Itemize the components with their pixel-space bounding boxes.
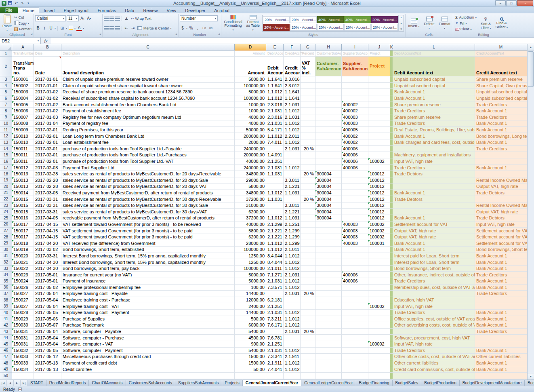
cell[interactable]: 100012 bbox=[368, 202, 390, 209]
cell[interactable]: 1.1.012 bbox=[284, 285, 301, 291]
cell[interactable]: 150009 bbox=[12, 127, 34, 133]
cell[interactable] bbox=[315, 310, 342, 316]
cell[interactable] bbox=[284, 341, 301, 348]
clear-button[interactable]: Clear▾ bbox=[454, 26, 477, 32]
formula-input[interactable] bbox=[51, 38, 534, 44]
cell[interactable]: 100012 bbox=[368, 209, 390, 215]
cell[interactable] bbox=[368, 360, 390, 367]
cell[interactable]: 20 % bbox=[301, 329, 315, 335]
cell[interactable]: Customer-SubAccount bbox=[315, 57, 342, 76]
cell[interactable]: 150027 bbox=[12, 297, 34, 303]
cell[interactable]: 150033 bbox=[12, 354, 34, 360]
cell[interactable]: 150029 bbox=[12, 316, 34, 322]
row-header[interactable]: 7 bbox=[0, 101, 12, 108]
cell[interactable] bbox=[475, 158, 527, 165]
cell[interactable]: 400006 bbox=[342, 146, 368, 152]
cell[interactable]: 5800,00 bbox=[235, 228, 266, 234]
cell[interactable]: Miscellaneous purchases through credit c… bbox=[61, 354, 235, 360]
cell[interactable]: Debit Account text bbox=[393, 57, 475, 76]
cell-style-chip[interactable]: 20% - Accent... bbox=[263, 24, 290, 31]
cell[interactable]: Trade Creditors bbox=[475, 146, 527, 152]
cell[interactable] bbox=[301, 247, 315, 253]
cell[interactable]: Payment Tool Supplier Ltd. bbox=[61, 164, 235, 171]
cell[interactable]: Payment of registry fee bbox=[61, 120, 235, 127]
cell[interactable]: purchase of production tools from Tool S… bbox=[61, 152, 235, 158]
cell[interactable]: Input VAT, high rate bbox=[475, 221, 527, 228]
cell[interactable] bbox=[315, 108, 342, 114]
gallery-up-button[interactable]: ▴ bbox=[400, 16, 402, 19]
cell[interactable] bbox=[342, 209, 368, 215]
cell[interactable]: 1250,00 bbox=[235, 253, 266, 259]
cell[interactable] bbox=[368, 297, 390, 303]
cell[interactable]: 150020 bbox=[12, 253, 34, 259]
cut-button[interactable]: ✂Cut bbox=[13, 15, 32, 20]
cell[interactable] bbox=[368, 83, 390, 89]
cell[interactable]: 7.3.211 bbox=[266, 316, 284, 322]
sheet-tab-readmeandreports[interactable]: ReadMeAndReports bbox=[46, 380, 89, 386]
cell[interactable]: 2017-03-31 bbox=[34, 253, 61, 259]
cell[interactable] bbox=[368, 89, 390, 95]
cell[interactable]: Office supplies, cost, outside of VAT ar… bbox=[393, 316, 475, 322]
sheet-tab-supplierssubaccounts[interactable]: SuppliersSubAccounts bbox=[175, 380, 222, 386]
cell[interactable]: 5000,00 bbox=[235, 89, 266, 95]
column-header-f[interactable]: F bbox=[284, 44, 301, 51]
row-header[interactable]: 10 bbox=[0, 120, 12, 127]
grow-font-button[interactable]: A▴ bbox=[80, 16, 85, 21]
ribbon-tab-home[interactable]: Home bbox=[18, 7, 39, 13]
cell[interactable] bbox=[301, 348, 315, 354]
column-header-l[interactable]: L bbox=[393, 44, 475, 51]
row-header[interactable]: 50 bbox=[0, 373, 12, 379]
cell[interactable] bbox=[342, 202, 368, 209]
undo-button[interactable]: ↶ bbox=[14, 1, 19, 6]
format-as-table-button[interactable]: Format as Table ▾ bbox=[245, 14, 261, 32]
cell[interactable]: 3.3.811 bbox=[284, 177, 301, 184]
gallery-more-button[interactable]: ⊽ bbox=[400, 28, 402, 31]
cell[interactable]: 2017-04-05 bbox=[34, 215, 61, 221]
cell[interactable]: 150027 bbox=[12, 303, 34, 310]
cell[interactable]: Credit Account bbox=[284, 57, 301, 76]
cell[interactable]: Payment of insurance bbox=[61, 278, 235, 285]
row-header[interactable]: 13 bbox=[0, 139, 12, 146]
cell[interactable]: Bank Account 1 bbox=[475, 348, 527, 354]
cell[interactable]: Employee training cost - VAT bbox=[61, 303, 235, 310]
cell[interactable]: 100012 bbox=[368, 177, 390, 184]
cell[interactable]: 300004 bbox=[315, 209, 342, 215]
cell[interactable]: 150014 bbox=[12, 190, 34, 196]
cell[interactable] bbox=[315, 354, 342, 360]
tab-next-button[interactable]: ► bbox=[14, 380, 21, 386]
cell[interactable]: 2017-02-28 bbox=[34, 171, 61, 177]
cell[interactable] bbox=[342, 366, 368, 373]
cell[interactable] bbox=[266, 329, 284, 335]
cell[interactable] bbox=[301, 164, 315, 171]
cell[interactable]: 400003 bbox=[342, 114, 368, 121]
cell[interactable]: VAT settlement toward Government (for pr… bbox=[61, 234, 235, 240]
cell[interactable]: 150010 bbox=[12, 139, 34, 146]
cell[interactable]: 150028 bbox=[12, 310, 34, 316]
ribbon-tab-insert[interactable]: Insert bbox=[39, 7, 59, 13]
copy-button[interactable]: Copy▾ bbox=[13, 21, 32, 26]
cell[interactable]: 1.1.641 bbox=[284, 95, 301, 102]
cell[interactable] bbox=[390, 177, 393, 184]
cell[interactable]: Trade Debtors bbox=[475, 190, 527, 196]
cell[interactable]: 12000,00 bbox=[235, 297, 266, 303]
cell[interactable]: Bond borrowings, Short term, pay back bbox=[61, 266, 235, 272]
cell[interactable] bbox=[315, 360, 342, 367]
comma-style-button[interactable]: , bbox=[195, 25, 200, 31]
cell[interactable] bbox=[266, 209, 284, 215]
cell[interactable] bbox=[390, 221, 393, 228]
cell[interactable] bbox=[301, 127, 315, 133]
column-header-g[interactable]: G bbox=[301, 44, 315, 51]
cell[interactable]: 400003 bbox=[342, 228, 368, 234]
cell[interactable]: 34800,00 bbox=[235, 190, 266, 196]
cell[interactable]: Employee training cost - Payment bbox=[61, 310, 235, 316]
cell[interactable] bbox=[342, 247, 368, 253]
cell[interactable]: 150010 bbox=[12, 133, 34, 139]
cell[interactable] bbox=[342, 310, 368, 316]
cell[interactable]: 2017-03-31 bbox=[34, 202, 61, 209]
cell[interactable]: Share Capital, Own (treasury s bbox=[475, 83, 527, 89]
cell[interactable]: Trade Creditors bbox=[393, 120, 475, 127]
cell[interactable]: Other advertising costs, cost, outside o… bbox=[393, 322, 475, 329]
cell[interactable]: Other, Insurance, indirect cost, outside… bbox=[393, 272, 475, 278]
cell[interactable]: 100002 bbox=[368, 158, 390, 165]
cell[interactable]: 100012 bbox=[368, 215, 390, 221]
